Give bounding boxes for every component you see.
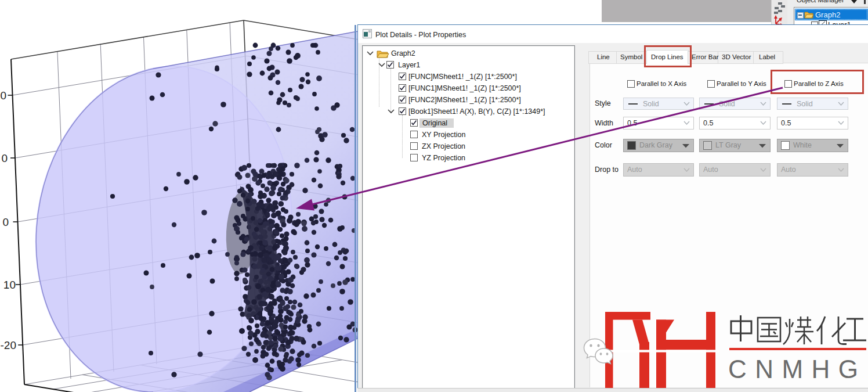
svg-text:0: 0 [2,216,9,228]
svg-text:0: 0 [0,89,6,102]
svg-text:CNMHG: CNMHG [728,355,867,383]
svg-text:-20: -20 [1,339,16,351]
svg-text:0: 0 [1,152,8,164]
svg-text:10: 10 [3,279,16,291]
